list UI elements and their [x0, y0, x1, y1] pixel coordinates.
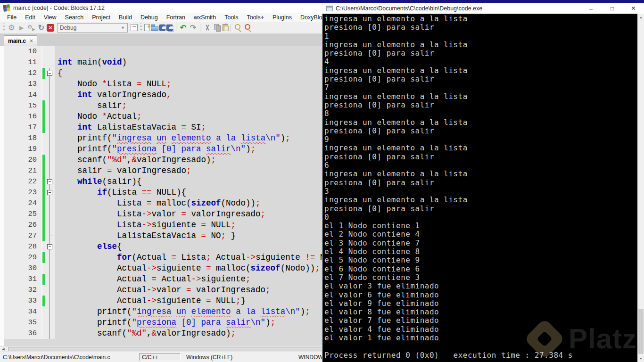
fold-margin	[45, 90, 55, 100]
fold-box-icon[interactable]	[47, 190, 52, 195]
maximize-button[interactable]	[602, 3, 623, 14]
cut-icon[interactable]	[203, 23, 212, 32]
menu-item-view[interactable]: View	[40, 14, 61, 21]
line-number[interactable]: 19	[4, 144, 42, 155]
line-number[interactable]: 28	[4, 241, 42, 252]
build-run-icon[interactable]	[27, 23, 36, 32]
fold-box-icon[interactable]	[47, 244, 52, 249]
minimize-button[interactable]	[580, 3, 602, 14]
fold-margin	[45, 198, 55, 209]
menu-item-edit[interactable]: Edit	[21, 14, 40, 21]
line-number[interactable]: 27	[4, 230, 42, 241]
line-number[interactable]: 23	[4, 187, 42, 198]
open-icon[interactable]	[151, 26, 158, 31]
fold-margin	[45, 165, 55, 176]
fold-margin	[45, 230, 55, 241]
find-icon[interactable]	[233, 23, 242, 32]
fold-margin	[45, 252, 55, 263]
line-number[interactable]: 12	[4, 68, 42, 79]
close-button[interactable]	[623, 3, 644, 14]
line-number[interactable]: 21	[4, 165, 42, 176]
line-number[interactable]: 31	[4, 274, 42, 285]
fold-margin	[45, 46, 55, 57]
console-body: Platzi ingresa un elemento a la lista pr…	[322, 14, 644, 362]
run-icon[interactable]	[17, 23, 26, 32]
chevron-down-icon: ▼	[121, 25, 125, 30]
fold-end-tick	[50, 236, 53, 236]
line-number[interactable]: 20	[4, 155, 42, 165]
scroll-left-arrow-icon[interactable]	[0, 346, 7, 352]
line-number[interactable]: 13	[4, 79, 42, 90]
line-number[interactable]: 11	[4, 57, 42, 68]
fold-box-icon[interactable]	[47, 179, 52, 184]
line-number[interactable]: 36	[4, 328, 42, 339]
fold-box-icon[interactable]	[47, 71, 52, 76]
ide-title: main.c [code] - Code::Blocks 17.12	[13, 5, 105, 11]
tab-close-icon[interactable]: ×	[30, 38, 33, 44]
menu-item-plugins[interactable]: Plugins	[268, 14, 296, 21]
menu-item-debug[interactable]: Debug	[136, 14, 162, 21]
line-number[interactable]: 10	[4, 46, 42, 57]
replace-icon[interactable]	[243, 23, 252, 32]
console-window: C:\Users\Marco\Documents\C\code\bin\Debu…	[322, 3, 644, 362]
fold-margin	[45, 220, 55, 230]
toolbar-separator	[231, 24, 231, 32]
abort-icon[interactable]	[47, 24, 54, 32]
debug-windows-icon[interactable]	[131, 24, 138, 31]
compiler-toolbar-group	[7, 23, 55, 32]
line-number[interactable]: 32	[4, 285, 42, 296]
fold-margin	[45, 155, 55, 165]
fold-margin	[45, 111, 55, 122]
line-number[interactable]: 15	[4, 100, 42, 111]
line-number[interactable]: 17	[4, 122, 42, 133]
line-number[interactable]: 25	[4, 209, 42, 220]
toolbar-separator	[176, 24, 176, 32]
debug-toolbar-group	[130, 24, 138, 31]
fold-margin	[45, 122, 55, 133]
menu-item-file[interactable]: File	[3, 14, 21, 21]
scroll-up-arrow-icon[interactable]	[638, 14, 644, 21]
line-number[interactable]: 34	[4, 306, 42, 317]
line-number[interactable]: 14	[4, 90, 42, 100]
build-target-select[interactable]: Debug ▼	[57, 23, 128, 33]
menu-item-build[interactable]: Build	[115, 14, 136, 21]
scrollbar-thumb[interactable]	[638, 309, 644, 354]
toolbar-grip[interactable]	[3, 24, 5, 32]
line-number[interactable]: 18	[4, 133, 42, 144]
menu-item-tools[interactable]: Tools	[220, 14, 242, 21]
fold-margin	[45, 68, 55, 79]
undo-icon[interactable]	[179, 23, 188, 32]
menu-item-fortran[interactable]: Fortran	[162, 14, 190, 21]
line-number[interactable]: 30	[4, 263, 42, 274]
line-number[interactable]: 26	[4, 220, 42, 230]
status-eol-mode: Windows (CR+LF)	[181, 354, 298, 361]
save-all-icon[interactable]	[166, 25, 173, 31]
menu-item-wxsmith[interactable]: wxSmith	[190, 14, 220, 21]
line-number[interactable]: 16	[4, 111, 42, 122]
toolbar-separator	[200, 24, 200, 32]
tab-label: main.c	[8, 38, 26, 44]
menu-item-tools[interactable]: Tools+	[242, 14, 268, 21]
line-number[interactable]: 29	[4, 252, 42, 263]
save-icon[interactable]	[159, 25, 165, 31]
line-number[interactable]: 24	[4, 198, 42, 209]
console-title: C:\Users\Marco\Documents\C\code\bin\Debu…	[336, 5, 580, 12]
line-number[interactable]: 22	[4, 176, 42, 187]
toolbar-grip[interactable]	[140, 24, 142, 32]
rebuild-icon[interactable]	[37, 23, 46, 32]
new-file-icon[interactable]	[144, 24, 150, 31]
console-scrollbar[interactable]	[637, 14, 644, 362]
line-number[interactable]: 35	[4, 317, 42, 328]
copy-icon[interactable]	[213, 23, 222, 32]
menu-item-project[interactable]: Project	[88, 14, 115, 21]
tab-main-c[interactable]: main.c ×	[4, 35, 37, 46]
screen: main.c [code] - Code::Blocks 17.12 FileE…	[0, 0, 644, 362]
paste-icon[interactable]	[223, 24, 228, 31]
build-icon[interactable]	[7, 23, 16, 32]
redo-icon[interactable]	[189, 23, 198, 32]
scroll-down-arrow-icon[interactable]	[638, 355, 644, 362]
line-number[interactable]: 33	[4, 296, 42, 306]
fold-margin	[45, 144, 55, 155]
fold-end-tick	[50, 301, 53, 301]
menu-item-search[interactable]: Search	[61, 14, 88, 21]
